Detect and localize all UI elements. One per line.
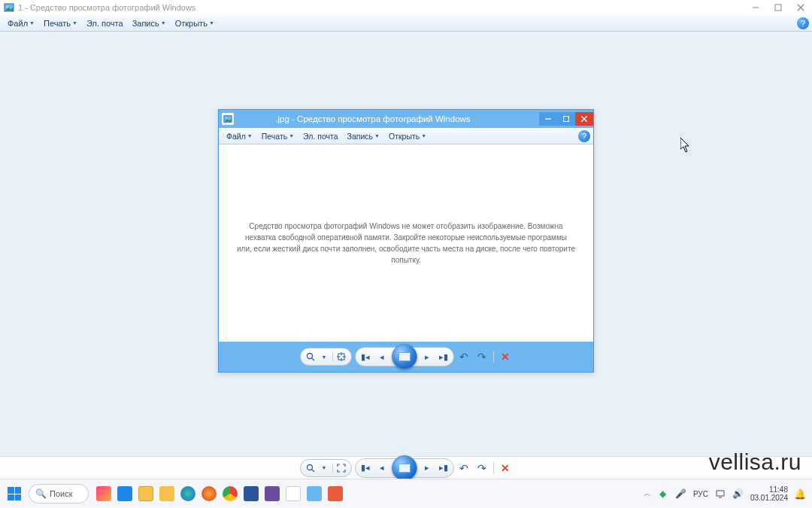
outer-nav-pill: ▮◂ ◂ ▸ ▸▮: [355, 458, 454, 478]
inner-menubar: Файл▼ Печать▼ Эл. почта Запись▼ Открыть▼…: [219, 128, 593, 144]
menu-file[interactable]: Файл▼: [3, 19, 39, 28]
taskbar-app-12[interactable]: [326, 483, 344, 504]
inner-player-controls: ▼ ▮◂ ◂ ▸ ▸▮ ↶ ↷ ✕: [300, 347, 512, 367]
inner-photo-viewer-window[interactable]: .jpg - Средство просмотра фотографий Win…: [218, 109, 594, 373]
outer-menubar: Файл▼ Печать▼ Эл. почта Запись▼ Открыть▼…: [0, 15, 812, 32]
outer-title-text: 1 - Средство просмотра фотографий Window…: [18, 3, 195, 12]
tray-network-icon[interactable]: [714, 488, 726, 500]
inner-title-text: .jpg - Средство просмотра фотографий Win…: [237, 114, 539, 123]
prev-icon[interactable]: ◂: [374, 352, 390, 362]
menu-email[interactable]: Эл. почта: [82, 19, 128, 28]
taskbar-pinned-apps: [95, 483, 344, 504]
outer-zoom-dropdown-icon[interactable]: ▼: [319, 465, 329, 470]
tray-date: 03.01.2024: [750, 494, 788, 502]
taskbar-search[interactable]: 🔍 Поиск: [29, 484, 89, 503]
svg-point-19: [308, 464, 313, 470]
inner-minimize-button[interactable]: [539, 112, 557, 126]
zoom-icon[interactable]: [305, 352, 316, 361]
outer-next-icon[interactable]: ▸: [419, 463, 435, 473]
svg-line-20: [312, 469, 315, 472]
taskbar-app-10[interactable]: [284, 483, 302, 504]
search-icon: 🔍: [35, 488, 47, 499]
app-icon: [3, 2, 15, 14]
outer-photo-viewer-window: 1 - Средство просмотра фотографий Window…: [0, 0, 812, 479]
svg-rect-21: [717, 491, 724, 496]
rotate-delete-group: ↶ ↷ ✕: [457, 350, 512, 364]
taskbar-app-9[interactable]: [263, 483, 281, 504]
inner-menu-email[interactable]: Эл. почта: [298, 132, 342, 141]
tray-clock[interactable]: 11:48 03.01.2024: [750, 485, 788, 502]
outer-delete-icon[interactable]: ✕: [498, 461, 512, 475]
search-placeholder: Поиск: [50, 489, 72, 498]
menu-open[interactable]: Открыть▼: [171, 19, 219, 28]
outer-maximize-button[interactable]: [767, 0, 789, 15]
outer-rotate-delete-group: ↶ ↷ ✕: [457, 461, 512, 475]
svg-point-7: [226, 117, 227, 119]
taskbar-firefox[interactable]: [200, 483, 218, 504]
outer-rotate-cw-icon[interactable]: ↷: [475, 461, 489, 475]
tray-notification-icon[interactable]: 🔔: [794, 488, 806, 500]
outer-close-button[interactable]: [789, 0, 812, 15]
outer-first-icon[interactable]: ▮◂: [357, 463, 374, 473]
slideshow-button[interactable]: [392, 344, 417, 370]
inner-app-icon: [222, 113, 234, 125]
taskbar-photo-viewer[interactable]: [305, 483, 323, 504]
fit-icon[interactable]: [336, 352, 347, 361]
inner-maximize-button[interactable]: [557, 112, 575, 126]
rotate-cw-icon[interactable]: ↷: [475, 350, 489, 364]
svg-line-13: [312, 358, 315, 361]
taskbar-edge[interactable]: [179, 483, 197, 504]
next-icon[interactable]: ▸: [419, 352, 435, 362]
inner-close-button[interactable]: [575, 112, 593, 126]
svg-point-12: [308, 354, 313, 359]
taskbar-chrome[interactable]: [221, 483, 239, 504]
watermark-text: vellisa.ru: [709, 449, 801, 475]
outer-zoom-icon[interactable]: [305, 464, 316, 473]
inner-menu-file[interactable]: Файл▼: [222, 132, 257, 141]
first-icon[interactable]: ▮◂: [357, 352, 374, 362]
tray-time: 11:48: [750, 485, 788, 494]
delete-icon[interactable]: ✕: [498, 350, 512, 364]
outer-minimize-button[interactable]: [744, 0, 767, 15]
inner-menu-print[interactable]: Печать▼: [257, 132, 298, 141]
inner-menu-open[interactable]: Открыть▼: [384, 132, 431, 141]
tray-mic-icon[interactable]: 🎤: [675, 488, 687, 500]
inner-help-icon[interactable]: ?: [578, 130, 590, 142]
taskbar-app-2[interactable]: [116, 483, 134, 504]
taskbar-app-4[interactable]: [158, 483, 176, 504]
nav-pill: ▮◂ ◂ ▸ ▸▮: [355, 347, 454, 367]
inner-content: Средство просмотра фотографий Windows не…: [219, 144, 593, 342]
inner-menu-burn[interactable]: Запись▼: [343, 132, 384, 141]
help-icon[interactable]: ?: [797, 17, 809, 29]
taskbar-app-1[interactable]: [95, 483, 113, 504]
last-icon[interactable]: ▸▮: [435, 352, 452, 362]
start-button[interactable]: [0, 479, 29, 509]
rotate-ccw-icon[interactable]: ↶: [457, 350, 471, 364]
taskbar-word[interactable]: [242, 483, 260, 504]
tray-language[interactable]: РУС: [693, 490, 708, 498]
tray-volume-icon[interactable]: 🔊: [732, 488, 744, 500]
zoom-dropdown-icon[interactable]: ▼: [319, 354, 329, 360]
outer-toolbar: ▼ ▮◂ ◂ ▸ ▸▮ ↶ ↷ ✕: [0, 456, 812, 479]
outer-body: .jpg - Средство просмотра фотографий Win…: [0, 32, 812, 479]
outer-slideshow-button[interactable]: [392, 455, 417, 481]
outer-fit-icon[interactable]: [336, 464, 347, 473]
inner-titlebar[interactable]: .jpg - Средство просмотра фотографий Win…: [219, 110, 593, 128]
error-message: Средство просмотра фотографий Windows не…: [237, 221, 575, 266]
svg-point-1: [7, 6, 9, 8]
svg-rect-3: [775, 5, 781, 11]
windows-logo-icon: [8, 487, 21, 500]
outer-rotate-ccw-icon[interactable]: ↶: [457, 461, 471, 475]
outer-player-controls: ▼ ▮◂ ◂ ▸ ▸▮ ↶ ↷ ✕: [300, 458, 512, 478]
taskbar[interactable]: 🔍 Поиск ︿ ◆ 🎤 РУС 🔊 11:48 03.01.2024 🔔: [0, 479, 812, 508]
outer-titlebar[interactable]: 1 - Средство просмотра фотографий Window…: [0, 0, 812, 15]
outer-last-icon[interactable]: ▸▮: [435, 463, 452, 473]
svg-rect-9: [564, 117, 569, 122]
outer-prev-icon[interactable]: ◂: [374, 463, 390, 473]
menu-burn[interactable]: Запись▼: [128, 19, 171, 28]
taskbar-explorer[interactable]: [137, 483, 155, 504]
menu-print[interactable]: Печать▼: [39, 19, 82, 28]
tray-overflow-icon[interactable]: ︿: [644, 488, 651, 499]
zoom-pill: ▼: [300, 348, 352, 366]
tray-shield-icon[interactable]: ◆: [657, 488, 669, 500]
